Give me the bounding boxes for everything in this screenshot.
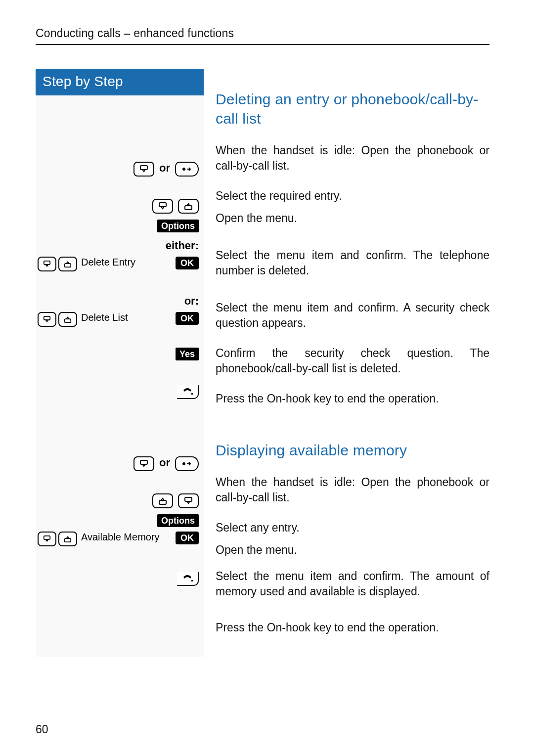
ok-badge: OK (176, 532, 199, 544)
or-label: or (159, 162, 170, 175)
svg-rect-11 (159, 500, 166, 504)
two-column-layout: Step by Step or (36, 69, 490, 657)
svg-rect-12 (185, 497, 192, 501)
svg-rect-8 (191, 393, 193, 395)
yes-badge: Yes (176, 348, 199, 360)
delete-list-label: Delete List (81, 312, 172, 323)
nav-down-key-icon (134, 162, 154, 177)
svg-rect-7 (65, 319, 71, 322)
section-1-confirm-delete-list: Select the menu item and confirm. A secu… (216, 300, 490, 331)
svg-point-10 (182, 462, 185, 465)
key-row-select-entry-1 (36, 196, 204, 216)
nav-up-down-pair-icon (38, 257, 77, 271)
spacer (36, 99, 204, 161)
right-column: Deleting an entry or phonebook/call-by-c… (204, 69, 490, 657)
page: Conducting calls – enhanced functions St… (0, 0, 534, 756)
nav-up-key-icon (178, 199, 199, 214)
key-row-delete-entry: Delete Entry OK (36, 256, 204, 291)
delete-entry-label: Delete Entry (81, 257, 172, 268)
key-row-available-memory: Available Memory OK (36, 531, 204, 566)
either-label: either: (166, 239, 199, 252)
step-by-step-header: Step by Step (36, 69, 204, 95)
key-row-onhook-1 (36, 382, 204, 402)
key-row-select-entry-2 (36, 491, 204, 511)
running-head: Conducting calls – enhanced functions (36, 27, 490, 45)
nav-right-key-icon (175, 456, 199, 471)
svg-rect-15 (191, 580, 193, 581)
ok-badge: OK (176, 312, 199, 325)
section-1-open-text: When the handset is idle: Open the phone… (216, 143, 490, 174)
svg-rect-5 (65, 264, 71, 267)
svg-rect-14 (65, 538, 71, 542)
key-row-open-phonebook-1: or (36, 161, 204, 196)
nav-up-key-icon (58, 257, 77, 271)
or-label-colon: or: (184, 295, 199, 308)
nav-down-key-icon (38, 257, 56, 271)
left-column-body: or Options (36, 95, 204, 657)
section-1-open-menu: Open the menu. (216, 211, 490, 226)
options-badge: Options (157, 514, 199, 527)
available-memory-label: Available Memory (81, 532, 172, 543)
nav-up-key-icon (58, 312, 77, 327)
section-2-confirm-memory: Select the menu item and confirm. The am… (216, 569, 490, 599)
section-1-confirm-security: Confirm the security check question. The… (216, 346, 490, 376)
nav-up-down-pair-icon (38, 312, 77, 327)
nav-down-key-icon (152, 199, 173, 214)
section-2-open-menu: Open the menu. (216, 542, 490, 558)
key-row-onhook-2 (36, 569, 204, 589)
svg-rect-6 (44, 316, 50, 320)
section-2-select-any: Select any entry. (216, 520, 490, 535)
options-badge: Options (157, 220, 199, 232)
key-row-open-phonebook-2: or (36, 455, 204, 491)
svg-rect-3 (185, 206, 192, 210)
ok-badge: OK (176, 257, 199, 269)
nav-down-key-icon (38, 312, 56, 327)
on-hook-key-icon (177, 572, 199, 586)
key-row-options-1: Options (36, 216, 204, 236)
nav-down-key-icon (134, 456, 154, 471)
or-label: or (159, 456, 170, 469)
page-number: 60 (36, 723, 48, 736)
section-1-title: Deleting an entry or phonebook/call-by-c… (216, 89, 490, 128)
spacer (36, 402, 204, 455)
svg-rect-2 (159, 203, 166, 207)
svg-rect-13 (44, 536, 50, 539)
nav-down-key-icon (178, 493, 199, 508)
either-label-row: either: (36, 236, 204, 256)
svg-rect-4 (44, 261, 50, 265)
svg-point-1 (182, 168, 185, 171)
nav-up-key-icon (58, 532, 77, 546)
nav-down-key-icon (38, 532, 56, 546)
section-2-title: Displaying available memory (216, 441, 490, 460)
nav-up-down-pair-icon (38, 532, 77, 546)
section-1-end-operation: Press the On-hook key to end the operati… (216, 391, 490, 406)
svg-rect-9 (140, 460, 147, 464)
key-row-yes: Yes (36, 347, 204, 382)
or-label-row: or: (36, 291, 204, 311)
section-1-select-entry: Select the required entry. (216, 188, 490, 204)
left-column: Step by Step or (36, 69, 204, 657)
on-hook-key-icon (177, 385, 199, 399)
section-2-open-text: When the handset is idle: Open the phone… (216, 475, 490, 505)
nav-right-key-icon (175, 162, 199, 177)
section-2-end-operation: Press the On-hook key to end the operati… (216, 620, 490, 635)
key-row-options-2: Options (36, 511, 204, 531)
key-row-delete-list: Delete List OK (36, 311, 204, 347)
section-1-confirm-delete-entry: Select the menu item and confirm. The te… (216, 248, 490, 278)
svg-rect-0 (140, 166, 147, 170)
nav-up-key-icon (152, 493, 173, 508)
